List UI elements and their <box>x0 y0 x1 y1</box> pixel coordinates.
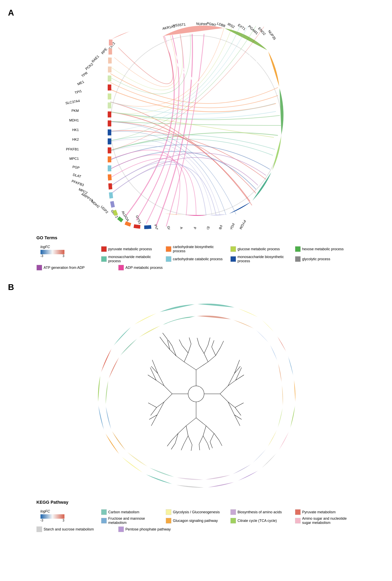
gene-label-hk1: HK1 <box>72 128 79 132</box>
legend-label-glycolysis: Glycolysis / Gluconeogenesis <box>173 510 220 514</box>
gene-label-pfkfb1: PFKFB1 <box>66 148 79 151</box>
radial-diagram-container <box>8 294 384 494</box>
legend-label-pyruvate-meta: Pyruvate metabolism <box>302 510 336 514</box>
legend-item-starch: Starch and sucrose metabolism <box>36 526 114 532</box>
legend-box-glucose <box>230 246 236 252</box>
legend-item-amino-sugar: Amino sugar and nucleotide sugar metabol… <box>295 516 356 525</box>
gene-label-agl: AGL <box>179 227 184 229</box>
legend-label-hexose: hexose metabolic process <box>302 247 344 251</box>
go-terms-legend-title: GO Terms <box>36 235 60 240</box>
legend-item-citrate: Citrate cycle (TCA cycle) <box>230 516 291 525</box>
legend-item-mono-bio: monosaccharide biosynthetic process <box>230 255 291 263</box>
legend-item-glucose: glucose metabolic process <box>230 245 291 253</box>
legend-item-atp: ATP generation from ADP <box>36 265 114 270</box>
legend-item-carbon: Carbon metabolism <box>101 509 162 515</box>
gene-label-hk2: HK2 <box>72 138 79 142</box>
legend-label-pentose: Pentose phosphate pathway <box>126 527 171 532</box>
logfc-legend-a: logFC -3 3 <box>40 245 97 263</box>
legend-item-biosyn-amino: Biosynthesis of amino acids <box>230 509 291 515</box>
legend-label-starch: Starch and sucrose metabolism <box>44 527 94 532</box>
legend-label-carbon: Carbon metabolism <box>108 510 139 514</box>
legend-item-hexose: hexose metabolic process <box>295 245 356 253</box>
logfc-title-a: logFC <box>40 245 50 249</box>
legend-label-carbo-cat: carbohydrate catabolic process <box>173 257 223 261</box>
legend-box-carbo-cat <box>166 256 171 262</box>
legend-item-glucagon: Glucagon signaling pathway <box>166 516 226 525</box>
legend-box-glycolytic <box>295 256 301 262</box>
logfc-min-a: -3 <box>40 254 43 258</box>
legend-item-fructose: Fructose and mannose metabolism <box>101 516 162 525</box>
logfc-labels-b: -3 3 <box>40 519 64 522</box>
legend-box-carbon <box>101 509 107 515</box>
legend-box-mono-meta <box>101 256 107 262</box>
legend-label-glucagon: Glucagon signaling pathway <box>173 519 218 523</box>
legend-item-carbo-cat: carbohydrate catabolic process <box>166 255 226 263</box>
legend-box-adp <box>118 265 124 270</box>
legend-label-carbo-bio: carbohydrate biosynthetic process <box>173 245 226 253</box>
section-a-label: A <box>8 8 384 18</box>
legend-item-carbo-bio: carbohydrate biosynthetic process <box>166 245 226 253</box>
logfc-min-b: -3 <box>40 519 43 522</box>
legend-label-amino-sugar: Amino sugar and nucleotide sugar metabol… <box>302 516 356 525</box>
legend-label-mono-bio: monosaccharide biosynthetic process <box>238 255 291 263</box>
legend-label-biosyn-amino: Biosynthesis of amino acids <box>238 510 282 514</box>
legend-box-amino-sugar <box>295 518 301 524</box>
legend-label-citrate: Citrate cycle (TCA cycle) <box>238 519 277 523</box>
gene-label-mpc1: MPC1 <box>69 157 79 160</box>
legend-box-pyruvate-meta <box>295 509 301 515</box>
legend-item-pyruvate: pyruvate metabolic process <box>101 245 162 253</box>
legend-item-glycolytic: glycolytic process <box>295 255 356 263</box>
legend-label-adp: ADP metabolic process <box>126 266 163 270</box>
section-b-label: B <box>8 282 384 292</box>
legend-label-glycolytic: glycolytic process <box>302 257 330 261</box>
kegg-legend-container: KEGG Pathway Carbon metabolism Glycolysi… <box>36 500 356 532</box>
gene-label-pkm: PKM <box>71 109 79 113</box>
chord-diagram: EXT2 RPE RAE1 PCK2 TPR ME1 TPI1 SLC37A4 … <box>56 20 336 229</box>
go-terms-legend-container: GO Terms pyruvate metabolic process carb… <box>36 235 356 270</box>
logfc-legend-b: logFC -3 3 <box>40 509 97 525</box>
kegg-legend-grid: Carbon metabolism Glycolysis / Gluconeog… <box>36 509 356 525</box>
legend-box-glycolysis <box>166 509 171 515</box>
legend-label-fructose: Fructose and mannose metabolism <box>108 516 162 525</box>
legend-box-fructose <box>101 518 107 524</box>
legend-box-pentose <box>118 526 124 532</box>
legend-item-mono-meta: monosaccharide metabolic process <box>101 255 162 263</box>
legend-box-carbo-bio <box>166 246 171 252</box>
legend-item-pentose: Pentose phosphate pathway <box>118 526 196 532</box>
logfc-max-a: 3 <box>63 254 64 258</box>
legend-label-mono-meta: monosaccharide metabolic process <box>108 255 162 263</box>
legend-label-atp: ATP generation from ADP <box>44 266 85 270</box>
legend-box-pyruvate <box>101 246 107 252</box>
gene-label-mdh1: MDH1 <box>69 118 79 122</box>
go-legend-grid: pyruvate metabolic process carbohydrate … <box>36 245 356 263</box>
logfc-max-b: 3 <box>63 519 64 522</box>
legend-item-pyruvate-meta: Pyruvate metabolism <box>295 509 356 515</box>
legend-box-hexose <box>295 246 301 252</box>
logfc-bar-b <box>40 514 64 519</box>
logfc-title-b: logFC <box>40 509 50 514</box>
gene-label-pgm1: PGM1 <box>193 227 197 229</box>
legend-item-adp: ADP metabolic process <box>118 265 196 270</box>
legend-box-biosyn-amino <box>230 509 236 515</box>
kegg-legend-title: KEGG Pathway <box>36 500 68 505</box>
legend-box-glucagon <box>166 518 171 524</box>
legend-label-pyruvate: pyruvate metabolic process <box>108 247 152 251</box>
legend-item-glycolysis: Glycolysis / Gluconeogenesis <box>166 509 226 515</box>
chord-diagram-container: EXT2 RPE RAE1 PCK2 TPR ME1 TPI1 SLC37A4 … <box>8 20 384 229</box>
legend-box-citrate <box>230 518 236 524</box>
logfc-bar-a <box>40 250 64 254</box>
legend-box-mono-bio <box>230 256 236 262</box>
legend-box-starch <box>36 526 42 532</box>
radial-diagram <box>86 294 306 494</box>
logfc-labels-a: -3 3 <box>40 254 64 258</box>
legend-box-atp <box>36 265 42 270</box>
legend-label-glucose: glucose metabolic process <box>238 247 280 251</box>
